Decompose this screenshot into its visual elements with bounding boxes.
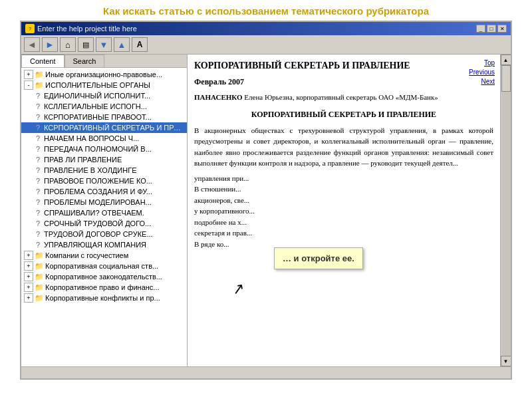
- article-body: В акционерных обществах с трехуровневой …: [194, 125, 493, 250]
- tree-item[interactable]: ? ПЕРЕДАЧА ПОЛНОМОЧИЙ В...: [21, 144, 187, 154]
- tree-item[interactable]: ? ПРАВЛЕНИЕ В ХОЛДИНГЕ: [21, 165, 187, 176]
- font-button[interactable]: A: [132, 37, 148, 52]
- folder-icon: 📁: [35, 283, 44, 292]
- article-nav-links: Top Previous Next: [469, 59, 495, 86]
- right-scrollbar[interactable]: ▲ ▼: [500, 55, 511, 366]
- tree-label: КСЛЛЕГИАЛЬНЫЕ ИСПОГН...: [44, 102, 147, 110]
- forward-button[interactable]: ►: [42, 37, 58, 52]
- back-button[interactable]: ◄: [24, 37, 40, 52]
- folder-icon: 📁: [35, 293, 44, 303]
- tab-search[interactable]: Search: [65, 55, 105, 67]
- tree-label: Иные организационно-правовые...: [45, 70, 162, 78]
- tree-toggle-icon: +: [24, 70, 33, 79]
- title-bar: ? Enter the help project title here _ □ …: [21, 22, 511, 35]
- tree-item[interactable]: ? УПРАВЛЯЮЩАЯ КОМПАНИЯ: [21, 239, 187, 250]
- scrollbar-track: [501, 65, 511, 356]
- left-panel: Content Search + 📁 Иные организационно-п…: [21, 55, 188, 366]
- doc-icon: ?: [33, 229, 43, 239]
- right-panel: Top Previous Next КОРПОРАТИВНЫЙ СЕКРЕТАР…: [188, 55, 500, 366]
- tree-label: Корпоративное право и финанс...: [45, 283, 160, 291]
- up-arrow-icon: ▲: [118, 40, 126, 50]
- tree-toggle-icon: +: [24, 293, 33, 303]
- tabs-bar: Content Search: [21, 55, 187, 68]
- folder-icon: 📁: [35, 261, 44, 271]
- doc-icon: ?: [33, 198, 43, 207]
- tree-toggle-icon: +: [24, 261, 33, 271]
- doc-icon: ?: [33, 91, 43, 100]
- tree-toggle-icon: +: [24, 251, 33, 260]
- tree-toggle-icon: -: [24, 80, 33, 90]
- tree-toggle-icon: +: [24, 272, 33, 281]
- tree-item[interactable]: + 📁 Корпоративное право и финанс...: [21, 282, 187, 293]
- window-title: Enter the help project title here: [37, 25, 137, 33]
- tree-label: Корпоративные конфликты и пр...: [45, 294, 160, 302]
- tree-label: Компании с госучестием: [45, 251, 128, 259]
- home-button[interactable]: ⌂: [60, 37, 76, 52]
- article-author: ПАНАСЕНКО Елена Юрьезна, корпоративный с…: [194, 92, 493, 102]
- main-content: Content Search + 📁 Иные организационно-п…: [21, 55, 511, 366]
- doc-icon: ?: [33, 134, 43, 143]
- tree-item[interactable]: ? СПРАШИВАЛИ? ОТВЕЧАЕМ.: [21, 207, 187, 218]
- doc-icon: ?: [33, 123, 43, 132]
- tree-label: ПЕРЕДАЧА ПОЛНОМОЧИЙ В...: [44, 145, 152, 153]
- tree-item[interactable]: + 📁 Компании с госучестием: [21, 250, 187, 261]
- tree-item[interactable]: + 📁 Иные организационно-правовые...: [21, 69, 187, 80]
- minimize-button[interactable]: _: [476, 25, 485, 33]
- article-date: Февраль 2007: [194, 77, 493, 87]
- tree-label: ПРАВЛЕНИЕ В ХОЛДИНГЕ: [44, 166, 136, 174]
- tree-item[interactable]: ? ПРАВОВОЕ ПОЛОЖЕНИЕ КО...: [21, 176, 187, 186]
- tree-item[interactable]: ? НАЧАЕМ НА ВОПРОСЫ Ч...: [21, 133, 187, 144]
- tree-item[interactable]: ? ЕДИНОЛИЧНЫЙ ИСПОЛНИТ...: [21, 90, 187, 101]
- tree-label: ИСПОЛНИТЕЛЬНЫЕ ОРГАНЫ: [45, 81, 150, 89]
- scrollbar-up-button[interactable]: ▲: [501, 55, 511, 65]
- tree-item[interactable]: ? КСЛЛЕГИАЛЬНЫЕ ИСПОГН...: [21, 101, 187, 112]
- tree-item[interactable]: ? СРОЧНЫЙ ТРУДОВОЙ ДОГО...: [21, 218, 187, 229]
- doc-icon: ?: [33, 187, 43, 196]
- tree-label: СПРАШИВАЛИ? ОТВЕЧАЕМ.: [44, 209, 144, 217]
- tree-label: ЕДИНОЛИЧНЫЙ ИСПОЛНИТ...: [44, 92, 150, 100]
- tree-item[interactable]: ? ПРАВ ЛИ ПРАВЛЕНИЕ: [21, 154, 187, 165]
- tab-content[interactable]: Content: [21, 55, 65, 67]
- previous-link[interactable]: Previous: [469, 68, 495, 76]
- down-arrow-icon: ▼: [100, 40, 108, 50]
- tree-item[interactable]: + 📁 Корпоративные конфликты и пр...: [21, 293, 187, 303]
- next-link[interactable]: Next: [481, 78, 495, 85]
- print-button[interactable]: ▤: [78, 37, 94, 52]
- tree-label: КСРПОРАТИВНЫЕ ПРАВООТ...: [44, 113, 152, 121]
- window-container: ? Enter the help project title here _ □ …: [20, 21, 512, 380]
- tree-label: ПРАВОВОЕ ПОЛОЖЕНИЕ КО...: [44, 177, 152, 185]
- doc-icon: ?: [33, 155, 43, 164]
- tree-item[interactable]: ? ПРОБЛЕМЫ МОДЕЛИРОВАН...: [21, 197, 187, 207]
- scroll-down-button[interactable]: ▼: [96, 37, 112, 52]
- tree-item[interactable]: - 📁 ИСПОЛНИТЕЛЬНЫЕ ОРГАНЫ: [21, 80, 187, 90]
- tree-item[interactable]: ? ПРОБЛЕМА СОЗДАНИЯ И ФУ...: [21, 186, 187, 197]
- tree-area: + 📁 Иные организационно-правовые... - 📁 …: [21, 68, 187, 366]
- doc-icon: ?: [33, 208, 43, 217]
- tree-label: УПРАВЛЯЮЩАЯ КОМПАНИЯ: [44, 241, 146, 249]
- print-icon: ▤: [82, 41, 89, 49]
- tooltip-box: … и откройте ее.: [274, 247, 363, 269]
- tree-item[interactable]: ? КСРПОРАТИВНЫЕ ПРАВООТ...: [21, 112, 187, 122]
- tree-item-highlighted[interactable]: ? КСРПОРАТИВНЫЙ СЕКРЕТАРЬ И ПРАВЛЕНИЕ: [21, 122, 187, 133]
- font-icon: A: [137, 40, 143, 49]
- doc-icon: ?: [33, 102, 43, 111]
- status-bar: [21, 366, 511, 378]
- toolbar: ◄ ► ⌂ ▤ ▼ ▲ A: [21, 35, 511, 55]
- close-button[interactable]: ✕: [497, 25, 507, 33]
- maximize-button[interactable]: □: [487, 25, 496, 33]
- scrollbar-down-button[interactable]: ▼: [501, 356, 511, 366]
- tree-label: ПРОБЛЕМЫ МОДЕЛИРОВАН...: [44, 198, 152, 206]
- doc-icon: ?: [33, 112, 43, 122]
- top-link[interactable]: Top: [484, 59, 495, 66]
- tree-label: Корпоративное законодательств...: [45, 273, 162, 281]
- tree-label: КСРПОРАТИВНЫЙ СЕКРЕТАРЬ И ПРАВЛЕНИЕ: [44, 124, 186, 132]
- tree-item[interactable]: ? ТРУДОВОЙ ДОГОВОР СРУКЕ...: [21, 229, 187, 239]
- tree-item[interactable]: + 📁 Корпоративное законодательств...: [21, 271, 187, 282]
- tree-label: Корпоративная социальная ств...: [45, 262, 158, 270]
- scrollbar-thumb[interactable]: [501, 65, 511, 92]
- tree-label: СРОЧНЫЙ ТРУДОВОЙ ДОГО...: [44, 219, 151, 227]
- doc-icon: ?: [33, 176, 43, 186]
- folder-icon: 📁: [35, 251, 44, 260]
- tree-item[interactable]: + 📁 Корпоративная социальная ств...: [21, 261, 187, 271]
- scroll-up-button[interactable]: ▲: [114, 37, 130, 52]
